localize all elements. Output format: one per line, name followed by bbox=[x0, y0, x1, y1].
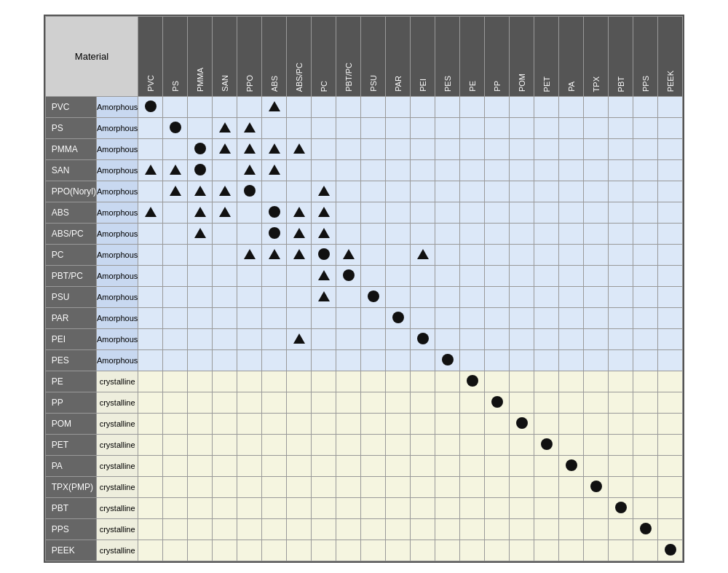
cell-pe-pps bbox=[633, 371, 658, 392]
cell-pbtpc-pvc bbox=[138, 266, 163, 287]
triangle-icon bbox=[219, 143, 231, 154]
cell-pc-psu bbox=[361, 245, 386, 266]
cell-ps-pmma bbox=[188, 118, 213, 139]
cell-psu-psu bbox=[361, 287, 386, 308]
cell-pbtpc-pps bbox=[633, 266, 658, 287]
cell-pa-pvc bbox=[138, 456, 163, 477]
cell-abspc-abs bbox=[262, 224, 287, 245]
cell-pes-pei bbox=[411, 350, 435, 371]
cell-pei-pom bbox=[510, 329, 534, 350]
row-material-pc: PC bbox=[45, 245, 96, 266]
cell-pbt-ppo bbox=[237, 498, 262, 519]
row-material-pbt: PBT bbox=[45, 498, 96, 519]
cell-pp-peek bbox=[658, 392, 683, 414]
row-type-pp: crystalline bbox=[97, 392, 138, 414]
cell-abs-pc bbox=[312, 202, 336, 224]
cell-tpxpmp-pvc bbox=[138, 477, 163, 498]
cell-peek-pbt bbox=[609, 540, 633, 561]
cell-par-pes bbox=[435, 308, 460, 329]
cell-pei-pes bbox=[435, 329, 460, 350]
triangle-icon bbox=[318, 291, 330, 301]
triangle-icon bbox=[293, 228, 305, 238]
cell-pvc-ps bbox=[163, 97, 188, 118]
cell-pet-tpx bbox=[584, 435, 609, 456]
cell-ps-pei bbox=[411, 118, 435, 139]
cell-san-pei bbox=[411, 160, 435, 181]
cell-psu-par bbox=[386, 287, 411, 308]
cell-tpxpmp-pc bbox=[312, 477, 336, 498]
cell-pom-pa bbox=[559, 414, 584, 435]
circle-icon bbox=[269, 206, 280, 218]
cell-pmma-pes bbox=[435, 139, 460, 160]
cell-pet-peek bbox=[658, 435, 683, 456]
row-material-pmma: PMMA bbox=[45, 139, 96, 160]
cell-pp-pvc bbox=[138, 392, 163, 414]
cell-pa-pmma bbox=[188, 456, 213, 477]
cell-tpxpmp-san bbox=[213, 477, 237, 498]
cell-pbt-pvc bbox=[138, 498, 163, 519]
cell-tpxpmp-par bbox=[386, 477, 411, 498]
cell-par-par bbox=[386, 308, 411, 329]
cell-pa-ps bbox=[163, 456, 188, 477]
cell-pei-pmma bbox=[188, 329, 213, 350]
row-type-ps: Amorphous bbox=[97, 118, 138, 139]
col-header-san: SAN bbox=[213, 17, 237, 97]
triangle-icon bbox=[269, 249, 280, 259]
row-material-pponoryl: PPO(Noryl) bbox=[45, 181, 96, 202]
cell-pe-pom bbox=[510, 371, 534, 392]
cell-pbtpc-abspc bbox=[287, 266, 312, 287]
col-header-tpx: TPX bbox=[584, 17, 609, 97]
cell-pponoryl-pbtpc bbox=[336, 181, 361, 202]
triangle-icon bbox=[219, 207, 231, 217]
cell-pponoryl-par bbox=[386, 181, 411, 202]
cell-san-abspc bbox=[287, 160, 312, 181]
cell-pbtpc-peek bbox=[658, 266, 683, 287]
cell-pom-peek bbox=[658, 414, 683, 435]
cell-peek-ps bbox=[163, 540, 188, 561]
triangle-icon bbox=[145, 165, 157, 175]
row-type-pc: Amorphous bbox=[97, 245, 138, 266]
cell-pvc-pes bbox=[435, 97, 460, 118]
cell-peek-pes bbox=[435, 540, 460, 561]
cell-pp-pps bbox=[633, 392, 658, 414]
cell-pps-pei bbox=[411, 519, 435, 540]
circle-icon bbox=[417, 333, 429, 344]
cell-pe-ppo bbox=[237, 371, 262, 392]
cell-pc-pp bbox=[485, 245, 510, 266]
cell-abs-pvc bbox=[138, 202, 163, 224]
cell-pei-par bbox=[386, 329, 411, 350]
cell-pmma-pbt bbox=[609, 139, 633, 160]
cell-pes-ps bbox=[163, 350, 188, 371]
cell-pe-ps bbox=[163, 371, 188, 392]
circle-icon bbox=[615, 502, 627, 513]
cell-pc-ppo bbox=[237, 245, 262, 266]
cell-pbtpc-ppo bbox=[237, 266, 262, 287]
cell-san-pom bbox=[510, 160, 534, 181]
cell-pbt-pe bbox=[460, 498, 485, 519]
cell-pbtpc-tpx bbox=[584, 266, 609, 287]
cell-pps-ps bbox=[163, 519, 188, 540]
cell-pbt-psu bbox=[361, 498, 386, 519]
cell-san-pe bbox=[460, 160, 485, 181]
cell-pc-abspc bbox=[287, 245, 312, 266]
col-header-pbtpc: PBT/PC bbox=[336, 17, 361, 97]
cell-ps-pa bbox=[559, 118, 584, 139]
cell-pa-par bbox=[386, 456, 411, 477]
row-type-tpxpmp: crystalline bbox=[97, 477, 138, 498]
cell-pps-par bbox=[386, 519, 411, 540]
cell-pmma-psu bbox=[361, 139, 386, 160]
cell-psu-pa bbox=[559, 287, 584, 308]
cell-peek-pmma bbox=[188, 540, 213, 561]
cell-pponoryl-pom bbox=[510, 181, 534, 202]
cell-tpxpmp-tpx bbox=[584, 477, 609, 498]
cell-pom-pet bbox=[534, 414, 559, 435]
cell-pbtpc-pa bbox=[559, 266, 584, 287]
cell-tpxpmp-psu bbox=[361, 477, 386, 498]
cell-pe-abspc bbox=[287, 371, 312, 392]
cell-tpxpmp-pps bbox=[633, 477, 658, 498]
col-header-abspc: ABS/PC bbox=[287, 17, 312, 97]
cell-san-ppo bbox=[237, 160, 262, 181]
cell-pbtpc-pbtpc bbox=[336, 266, 361, 287]
cell-par-ps bbox=[163, 308, 188, 329]
circle-icon bbox=[516, 417, 528, 429]
